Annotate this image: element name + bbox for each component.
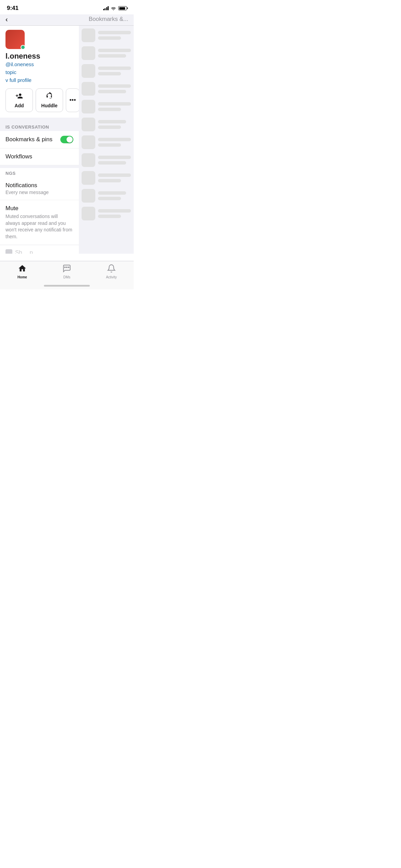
skeleton-line [98,84,131,88]
toggle-thumb [66,136,73,143]
skeleton-line [98,197,121,200]
profile-topic-link[interactable]: topic [5,69,73,75]
divider-2 [0,165,79,168]
skeleton-lines [98,138,131,147]
skeleton-line [98,143,121,147]
skeleton-lines [98,120,131,129]
skeleton-line [98,49,131,52]
safari-back-button[interactable]: ‹ [5,16,8,23]
add-button[interactable]: Add [5,88,33,112]
skeleton-row [82,46,131,60]
skeleton-lines [98,49,131,58]
mute-label: Mute [5,205,73,212]
headphones-icon [46,92,53,101]
huddle-button[interactable]: Huddle [36,88,63,112]
skeleton-lines [98,31,131,40]
profile-header [0,26,79,52]
skeleton-lines [98,173,131,182]
skeleton-avatar [82,46,95,60]
skeleton-avatar [82,28,95,42]
tab-home[interactable]: Home [12,264,33,279]
divider-1 [0,118,79,120]
skeleton-lines [98,67,131,75]
skeleton-line [98,156,131,159]
tab-activity[interactable]: Activity [101,264,122,279]
skeleton-avatar [82,135,95,149]
skeleton-row [82,171,131,185]
svg-point-1 [66,267,68,268]
profile-section: l.oneness @il.oneness topic v full profi… [0,26,79,118]
home-icon [18,264,27,274]
partial-bottom-item: Sh… p [0,245,79,254]
skeleton-line [98,54,126,58]
skeleton-row [82,82,131,96]
skeleton-avatar [82,207,95,220]
view-full-profile-link[interactable]: v full profile [5,77,73,83]
profile-name: l.oneness [5,52,73,61]
partial-item-label: Sh… p [15,249,33,254]
profile-handle[interactable]: @il.oneness [5,61,73,67]
skeleton-line [98,191,126,195]
status-time: 9:41 [7,5,19,12]
skeleton-line [98,209,131,213]
skeleton-row [82,28,131,42]
dms-tab-label: DMs [63,275,71,279]
safari-nav-bar: ‹ Bookmarks &... [0,14,134,26]
mute-description: Muted conversations will always appear r… [5,213,73,240]
skeleton-row [82,100,131,113]
status-bar: 9:41 [0,0,134,14]
skeleton-row [82,118,131,131]
bookmarks-pins-label: Bookmarks & pins [5,136,52,143]
svg-point-2 [64,267,65,268]
notifications-label: Notifications [5,182,73,189]
notifications-item[interactable]: Notifications Every new message [0,177,79,200]
skeleton-avatar [82,189,95,203]
online-status-dot [21,45,25,50]
skeleton-avatar [82,118,95,131]
workflows-label: Workflows [5,153,32,160]
partial-item-icon [5,249,12,254]
status-icons [103,6,127,10]
skeleton-line [98,120,126,123]
skeleton-avatar [82,100,95,113]
skeleton-line [98,67,131,70]
notifications-sublabel: Every new message [5,190,73,195]
mute-item[interactable]: Mute Muted conversations will always app… [0,200,79,245]
add-person-icon [15,92,23,101]
more-button[interactable]: ••• [66,88,79,112]
skeleton-avatar [82,171,95,185]
conversation-section-header: is conversation [0,120,79,131]
safari-title: Bookmarks &... [89,16,128,23]
main-container: l.oneness @il.oneness topic v full profi… [0,26,134,254]
skeleton-lines [98,102,131,111]
left-panel: l.oneness @il.oneness topic v full profi… [0,26,79,254]
signal-icon [103,6,109,10]
home-indicator [44,285,90,287]
skeleton-line [98,125,121,129]
dms-icon [62,264,71,274]
skeleton-line [98,31,131,34]
add-button-label: Add [14,103,24,108]
skeleton-line [98,161,126,165]
bookmarks-toggle[interactable] [60,136,73,143]
action-buttons: Add Huddle ••• [0,88,79,118]
activity-icon [107,264,116,274]
skeleton-line [98,102,131,106]
more-icon: ••• [70,97,76,104]
back-arrow-icon: ‹ [5,16,8,23]
huddle-button-label: Huddle [41,103,57,108]
skeleton-list [82,28,131,220]
skeleton-line [98,138,131,141]
skeleton-line [98,108,121,111]
skeleton-line [98,179,121,182]
skeleton-line [98,90,126,93]
tab-dms[interactable]: DMs [57,264,77,279]
profile-info: l.oneness @il.oneness topic v full profi… [0,52,79,88]
skeleton-row [82,64,131,78]
skeleton-row [82,189,131,203]
skeleton-lines [98,191,131,200]
skeleton-lines [98,209,131,218]
avatar-container [5,30,25,49]
bookmarks-pins-item[interactable]: Bookmarks & pins [0,131,79,148]
workflows-item[interactable]: Workflows [0,148,79,165]
